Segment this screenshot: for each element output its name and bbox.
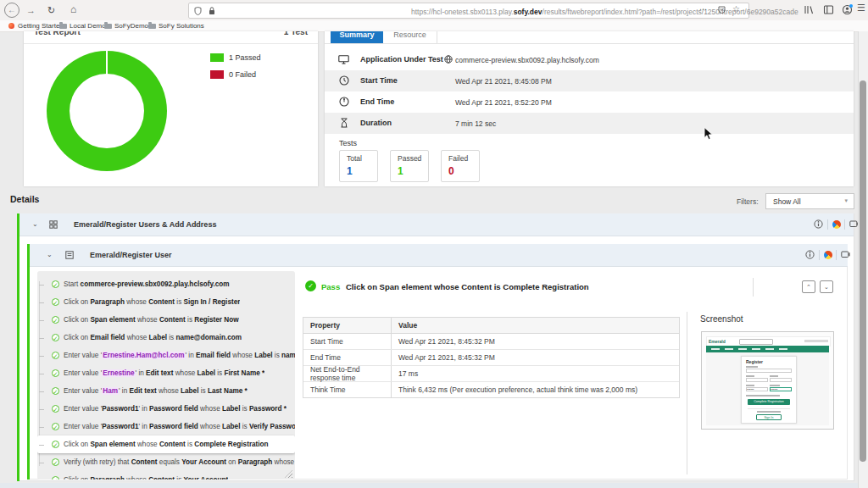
summary-value: Wed Apr 21 2021, 8:45:08 PM: [455, 77, 552, 86]
pass-status-icon: ✓: [305, 280, 316, 291]
previous-step-button[interactable]: ⌃: [802, 280, 815, 293]
legend-passed-swatch: [210, 53, 224, 62]
step-pass-icon: ✓: [52, 352, 59, 359]
step-text: Enter value 'Ernestine.Ham@hcl.com' in E…: [64, 352, 295, 359]
bookmark-star-icon[interactable]: ☆: [732, 4, 740, 14]
library-icon[interactable]: [804, 4, 815, 15]
filter-selected-value: Show All: [773, 197, 801, 206]
display-icon[interactable]: [841, 251, 850, 258]
step-item[interactable]: ✓Enter value 'Ham' in Edit text whose La…: [37, 382, 295, 400]
tracking-shield-icon[interactable]: [194, 7, 202, 15]
step-item[interactable]: ✓Click on Email field whose Label is nam…: [37, 329, 295, 347]
step-item[interactable]: ✓Click on Paragraph whose Content is Sig…: [37, 293, 295, 311]
summary-row-end: End Time Wed Apr 21 2021, 8:52:20 PM: [325, 92, 854, 113]
step-item[interactable]: ✓Start commerce-preview.sbx0092.play.hcl…: [37, 275, 295, 293]
globe-icon: [444, 55, 453, 64]
filter-select[interactable]: Show All ▾: [765, 193, 854, 209]
step-item[interactable]: ✓Click on Span element whose Content is …: [37, 311, 295, 329]
back-button[interactable]: ←: [4, 3, 19, 18]
chevron-down-icon: ▾: [844, 197, 848, 204]
step-item[interactable]: ✓Verify (with retry) that Content equals…: [37, 453, 295, 471]
legend-failed-label: 0 Failed: [229, 70, 256, 79]
step-text: Enter value 'Ernestine' in Edit text who…: [64, 369, 264, 377]
property-table-row: Start TimeWed Apr 21 2021, 8:45:32 PM: [303, 334, 679, 350]
step-item[interactable]: ✓Enter value 'Password1' in Password fie…: [37, 400, 295, 418]
pass-status-label: Pass: [321, 282, 340, 291]
page-actions-icon[interactable]: ⋯: [699, 5, 708, 14]
summary-value: 7 min 12 sec: [455, 119, 496, 128]
bookmark-local-demo[interactable]: Local Demo: [70, 22, 106, 30]
page-scrollbar-thumb[interactable]: [860, 80, 866, 462]
step-pass-icon: ✓: [52, 387, 59, 395]
clock-end-icon: [339, 97, 349, 107]
thumb-complete-registration-button: Complete Registration: [748, 399, 790, 405]
legend-passed-label: 1 Passed: [229, 53, 261, 62]
property-table-header: PropertyValue: [303, 318, 679, 334]
step-item-selected[interactable]: ✓Click on Span element whose Content is …: [37, 435, 295, 453]
step-item[interactable]: ✓Click on Paragraph whose Content is You…: [37, 471, 295, 480]
step-item[interactable]: ✓Enter value 'Ernestine' in Edit text wh…: [37, 364, 295, 382]
firefox-browser-icon[interactable]: [832, 220, 841, 229]
test-doc-icon: [65, 251, 74, 259]
firefox-browser-icon[interactable]: [824, 251, 832, 259]
bookmarks-bar: Getting Started Local Demo SoFyDemo SoFy…: [0, 20, 868, 32]
bookmark-getting-started[interactable]: Getting Started: [18, 22, 64, 30]
summary-row-start: Start Time Wed Apr 21 2021, 8:45:08 PM: [325, 70, 854, 92]
filters-label: Filters:: [737, 197, 759, 206]
report-title: Test Report: [34, 31, 81, 36]
details-heading: Details: [10, 194, 39, 204]
account-icon[interactable]: [842, 4, 853, 15]
forward-button[interactable]: →: [26, 3, 36, 17]
bookmark-sofy-solutions[interactable]: SoFy Solutions: [159, 22, 204, 30]
step-item[interactable]: ✓Enter value 'Password1' in Password fie…: [37, 418, 295, 435]
reload-button[interactable]: ↻: [47, 3, 55, 17]
menu-icon[interactable]: ☰: [857, 3, 865, 14]
step-pass-icon: ✓: [52, 458, 59, 466]
folder-icon: [104, 24, 112, 29]
bookmark-sofydemo[interactable]: SoFyDemo: [114, 22, 148, 30]
thumb-register-form: Register •••••• •••••• Complete Registra…: [741, 356, 797, 424]
url-bar[interactable]: https://hcl-onetest.sbx0113.play.sofy.de…: [188, 3, 749, 19]
summary-label: End Time: [360, 97, 394, 106]
home-button[interactable]: ⌂: [70, 3, 76, 16]
summary-value: commerce-preview.sbx0092.play.hclsofy.co…: [455, 56, 599, 64]
step-text: Click on Paragraph whose Content is Your…: [64, 476, 228, 480]
tab-summary[interactable]: Summary: [331, 31, 383, 43]
group-label-outer: Emerald/Register Users & Add Address: [74, 220, 216, 229]
thumb-header-links: [804, 340, 828, 342]
tests-section-label: Tests: [339, 139, 357, 147]
group-header-outer[interactable]: ⌄ Emerald/Register Users & Add Address: [19, 214, 854, 236]
next-step-button[interactable]: ⌄: [820, 280, 833, 293]
step-pass-icon: ✓: [52, 476, 59, 480]
step-pass-icon: ✓: [52, 298, 59, 306]
stat-total: Total 1: [339, 150, 378, 182]
thumb-brand-logo: Emerald: [709, 339, 726, 344]
tab-resource[interactable]: Resource: [383, 31, 437, 43]
folder-icon: [59, 24, 67, 29]
step-text: Click on Span element whose Content is R…: [64, 316, 239, 324]
step-text: Verify (with retry) that Content equals …: [64, 458, 295, 466]
step-item[interactable]: ✓Enter value 'Ernestine.Ham@hcl.com' in …: [37, 347, 295, 364]
step-pass-icon: ✓: [52, 423, 59, 430]
screenshot-thumbnail[interactable]: Emerald Register •••••• •••••• Complete …: [701, 331, 834, 430]
step-pass-icon: ✓: [52, 280, 59, 288]
pocket-icon[interactable]: [718, 6, 726, 14]
sidebar-icon[interactable]: [823, 4, 834, 15]
step-text: Start commerce-preview.sbx0092.play.hcls…: [64, 280, 230, 288]
browser-toolbar: ← → ↻ ⌂ https://hcl-onetest.sbx0113.play…: [0, 0, 868, 21]
suite-grid-icon: [49, 220, 58, 229]
info-icon[interactable]: [805, 250, 815, 259]
summary-label: Application Under Test: [360, 55, 443, 64]
summary-card: Summary Resource Application Under Test …: [325, 31, 854, 186]
collapse-chevron-icon[interactable]: ⌄: [47, 251, 53, 258]
info-icon[interactable]: [814, 219, 823, 229]
report-test-count: 1 Test: [284, 31, 308, 36]
collapse-chevron-icon[interactable]: ⌄: [32, 220, 38, 228]
step-text: Enter value 'Password1' in Password fiel…: [64, 423, 295, 430]
thumb-nav-bar: [706, 346, 829, 352]
property-table-row: Think TimeThink 6,432 ms (Per execution …: [303, 382, 679, 397]
step-text: Click on Email field whose Label is name…: [64, 334, 242, 341]
horizontal-scroll-track[interactable]: [0, 483, 858, 488]
group-header-inner[interactable]: ⌄ Emerald/Register User: [30, 244, 848, 267]
step-text: Click on Span element whose Content is C…: [64, 441, 269, 448]
